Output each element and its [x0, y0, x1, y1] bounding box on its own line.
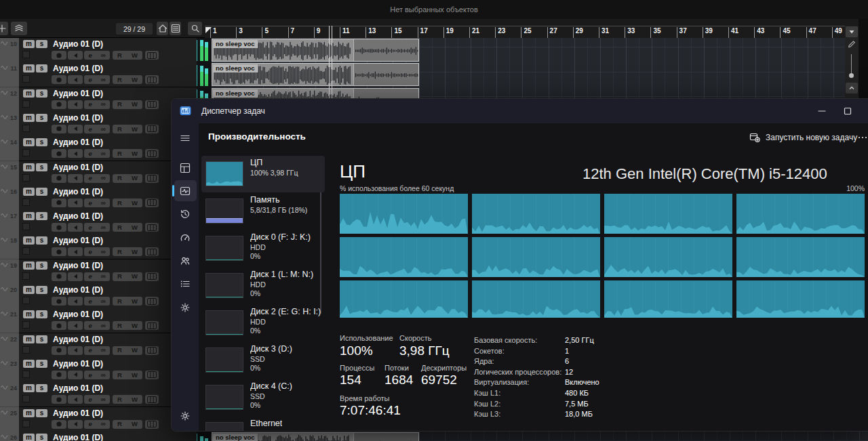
automation-read-button[interactable]: R — [117, 372, 122, 379]
record-arm-button[interactable] — [52, 272, 66, 281]
solo-button[interactable]: s — [36, 64, 47, 72]
sidebar-item-processes[interactable] — [179, 162, 191, 174]
record-arm-button[interactable] — [52, 198, 66, 207]
track-select-box[interactable] — [22, 223, 30, 230]
mute-button[interactable]: m — [23, 409, 35, 417]
track-header[interactable]: msАудио 01 (D)e∞RW — [19, 432, 197, 441]
record-arm-button[interactable] — [52, 223, 66, 232]
monitor-button[interactable] — [68, 125, 83, 133]
add-track-button[interactable] — [0, 22, 8, 35]
mute-button[interactable]: m — [23, 114, 35, 122]
audio-clip[interactable]: no sleep voc — [212, 39, 419, 62]
record-arm-button[interactable] — [52, 371, 66, 379]
track-select-box[interactable] — [22, 51, 30, 58]
lane-display-button[interactable] — [145, 321, 159, 330]
mute-button[interactable]: m — [23, 138, 35, 146]
record-arm-button[interactable] — [52, 174, 66, 183]
monitor-button[interactable] — [68, 272, 83, 281]
track-header[interactable]: msАудио 01 (D)e∞RW — [19, 38, 197, 63]
audio-clip[interactable]: no sleep voc — [212, 432, 419, 441]
monitor-button[interactable] — [68, 371, 83, 379]
solo-button[interactable]: s — [36, 163, 47, 171]
track-select-box[interactable] — [22, 395, 30, 402]
mute-button[interactable]: m — [23, 286, 35, 294]
record-arm-button[interactable] — [52, 420, 66, 429]
solo-button[interactable]: s — [36, 188, 47, 196]
title-bar[interactable]: Диспетчер задач — [172, 99, 868, 123]
automation-write-button[interactable]: W — [132, 175, 138, 182]
monitor-button[interactable] — [68, 174, 83, 183]
record-arm-button[interactable] — [52, 75, 66, 84]
automation-write-button[interactable]: W — [132, 224, 138, 231]
edit-channel-button[interactable]: e — [88, 273, 92, 280]
edit-channel-button[interactable]: e — [88, 77, 92, 83]
monitor-button[interactable] — [68, 247, 83, 256]
lane-display-button[interactable] — [145, 198, 159, 207]
solo-button[interactable]: s — [36, 212, 47, 220]
mute-button[interactable]: m — [23, 212, 35, 220]
solo-button[interactable]: s — [36, 114, 47, 122]
record-arm-button[interactable] — [52, 297, 66, 306]
sidebar-item-details[interactable] — [179, 278, 191, 290]
automation-write-button[interactable]: W — [132, 421, 138, 427]
track-header[interactable]: msАудио 01 (D)e∞RW — [19, 358, 197, 383]
mute-button[interactable]: m — [23, 89, 35, 98]
lane-display-button[interactable] — [145, 420, 159, 429]
track-header[interactable]: msАудио 01 (D)e∞RW — [19, 284, 197, 309]
channel-link-button[interactable]: ∞ — [101, 421, 106, 427]
automation-read-button[interactable]: R — [117, 249, 122, 255]
perf-item-ethernet[interactable]: Ethernet — [201, 417, 325, 432]
automation-write-button[interactable]: W — [132, 150, 138, 157]
track-header[interactable]: msАудио 01 (D)e∞RW — [19, 234, 197, 259]
monitor-button[interactable] — [68, 395, 83, 404]
track-header[interactable]: msАудио 01 (D)e∞RW — [19, 87, 197, 112]
track-header[interactable]: msАудио 01 (D)e∞RW — [19, 259, 197, 285]
lane-display-button[interactable] — [145, 272, 159, 281]
lane-display-button[interactable] — [145, 51, 159, 60]
scroll-up-button[interactable] — [846, 83, 858, 93]
track-select-box[interactable] — [22, 247, 30, 255]
lane-display-button[interactable] — [145, 346, 159, 355]
sidebar-item-startup-apps[interactable] — [179, 232, 191, 244]
edit-channel-button[interactable]: e — [88, 101, 92, 108]
sidebar-item-app-history[interactable] — [179, 208, 191, 220]
automation-read-button[interactable]: R — [117, 273, 122, 280]
record-arm-button[interactable] — [52, 125, 66, 133]
channel-link-button[interactable]: ∞ — [101, 322, 106, 329]
ruler[interactable]: 1357911131517192123252729313335373941434… — [205, 26, 845, 38]
edit-channel-button[interactable]: e — [88, 421, 92, 427]
edit-channel-button[interactable]: e — [88, 150, 92, 157]
edit-channel-button[interactable]: e — [88, 52, 92, 59]
channel-link-button[interactable]: ∞ — [101, 273, 106, 280]
mute-button[interactable]: m — [23, 64, 35, 72]
track-select-box[interactable] — [22, 297, 30, 304]
monitor-button[interactable] — [68, 149, 83, 158]
track-select-box[interactable] — [22, 100, 30, 108]
automation-read-button[interactable]: R — [117, 101, 122, 108]
automation-write-button[interactable]: W — [132, 249, 138, 255]
mute-button[interactable]: m — [23, 335, 35, 343]
settings-button[interactable] — [179, 410, 191, 422]
monitor-button[interactable] — [68, 223, 83, 232]
automation-read-button[interactable]: R — [117, 224, 122, 231]
channel-link-button[interactable]: ∞ — [101, 396, 106, 403]
mute-button[interactable]: m — [23, 40, 35, 48]
lane-display-button[interactable] — [145, 297, 159, 306]
edit-channel-button[interactable]: e — [88, 175, 92, 182]
channel-link-button[interactable]: ∞ — [101, 101, 106, 108]
automation-write-button[interactable]: W — [132, 200, 138, 207]
lane-display-button[interactable] — [145, 247, 159, 256]
solo-button[interactable]: s — [36, 335, 47, 343]
track-header[interactable]: msАудио 01 (D)e∞RW — [19, 407, 197, 432]
automation-read-button[interactable]: R — [117, 200, 122, 207]
track-header[interactable]: msАудио 01 (D)e∞RW — [19, 382, 197, 407]
minimize-button[interactable] — [812, 102, 832, 120]
mute-button[interactable]: m — [23, 384, 35, 392]
automation-write-button[interactable]: W — [132, 347, 138, 354]
perf-item-disk1[interactable]: Диск 1 (L: M: N:)HDD0% — [201, 268, 325, 304]
home-button[interactable] — [157, 22, 168, 35]
sidebar-item-performance[interactable] — [179, 185, 191, 197]
channel-link-button[interactable]: ∞ — [101, 249, 106, 255]
automation-write-button[interactable]: W — [132, 126, 138, 133]
lane-display-button[interactable] — [145, 395, 159, 404]
